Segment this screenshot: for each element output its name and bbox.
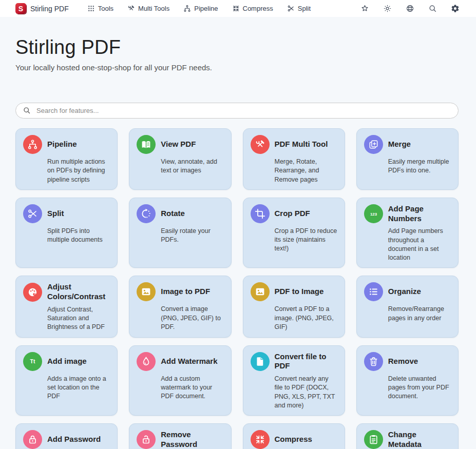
card-header: Change Metadata <box>364 430 451 449</box>
card-header: 123Add Page Numbers <box>364 204 451 224</box>
nav-actions <box>359 3 461 14</box>
card-header: Crop PDF <box>251 204 337 223</box>
image-icon <box>137 282 156 301</box>
nav-item-tools[interactable]: Tools <box>87 5 113 12</box>
card-header: PDF to Image <box>251 282 337 301</box>
card-title: Pipeline <box>47 140 77 149</box>
card-add-password[interactable]: Add PasswordEncrypt your PDF document wi… <box>15 423 118 449</box>
card-title: Image to PDF <box>161 287 210 297</box>
lock-icon <box>23 430 42 449</box>
card-image-to-pdf[interactable]: Image to PDFConvert a image (PNG, JPEG, … <box>129 276 231 337</box>
star-icon <box>360 4 369 13</box>
card-remove-password[interactable]: Remove PasswordRemove password protectio… <box>129 423 231 449</box>
search-icon <box>428 4 437 13</box>
search-input[interactable] <box>15 103 459 119</box>
page-header: Stirling PDF Your locally hosted one-sto… <box>0 36 476 72</box>
card-pdf-multi-tool[interactable]: PDF Multi ToolMerge, Rotate, Rearrange, … <box>243 128 345 190</box>
card-add-image[interactable]: TtAdd imageAdds a image onto a set locat… <box>15 345 118 416</box>
card-crop-pdf[interactable]: Crop PDFCrop a PDF to reduce its size (m… <box>243 198 345 268</box>
language-button[interactable] <box>405 3 415 14</box>
card-convert-file-to-pdf[interactable]: Convert file to PDFConvert nearly any fi… <box>243 345 345 416</box>
card-description: Adjust Contrast, Saturation and Brightne… <box>47 305 110 332</box>
card-header: TtAdd image <box>23 352 110 371</box>
nav-item-label: Tools <box>98 5 113 12</box>
card-organize[interactable]: OrganizeRemove/Rearrange pages in any or… <box>356 276 459 337</box>
card-description: Add a custom watermark to your PDF docum… <box>161 375 223 401</box>
compress-icon <box>232 5 240 12</box>
nav-item-label: Split <box>298 5 311 12</box>
brand-home-link[interactable]: S Stirling PDF <box>15 3 69 14</box>
tool-cards-grid: PipelineRun multiple actions on PDFs by … <box>15 128 459 449</box>
image-icon <box>251 282 270 301</box>
card-title: Add image <box>47 357 87 366</box>
card-header: Pipeline <box>23 135 110 154</box>
crop-icon <box>251 204 270 223</box>
card-title: Add Password <box>47 435 101 444</box>
card-header: View PDF <box>137 135 223 154</box>
theme-toggle-button[interactable] <box>382 3 393 14</box>
card-adjust-colors-contrast[interactable]: Adjust Colors/ContrastAdjust Contrast, S… <box>15 276 118 337</box>
rotate-icon <box>137 204 156 223</box>
search-button[interactable] <box>427 3 438 14</box>
water-drop-icon <box>137 352 156 371</box>
card-title: Crop PDF <box>275 209 310 219</box>
card-title: PDF Multi Tool <box>275 140 328 149</box>
card-title: Add Watermark <box>161 357 217 366</box>
card-title: View PDF <box>161 140 196 149</box>
card-title: PDF to Image <box>275 287 324 297</box>
merge-pages-icon <box>364 135 383 154</box>
card-header: Convert file to PDF <box>251 352 337 372</box>
card-description: Convert nearly any file to PDF (DOCX, PN… <box>275 375 337 410</box>
stirling-logo-icon: S <box>15 3 26 14</box>
card-description: Adds a image onto a set location on the … <box>47 375 110 401</box>
card-description: View, annotate, add text or images <box>161 158 223 175</box>
nav-item-label: Pipeline <box>194 5 218 12</box>
nav-items: ToolsMulti ToolsPipelineCompressSplit <box>87 5 311 12</box>
book-open-icon <box>137 135 156 154</box>
card-rotate[interactable]: RotateEasily rotate your PDFs. <box>129 198 231 268</box>
card-title: Rotate <box>161 209 185 219</box>
card-split[interactable]: SplitSplit PDFs into multiple documents <box>15 198 118 268</box>
card-change-metadata[interactable]: Change MetadataChange/Remove/Add metadat… <box>356 423 459 449</box>
page-subtitle: Your locally hosted one-stop-shop for al… <box>15 63 461 72</box>
card-description: Split PDFs into multiple documents <box>47 227 110 245</box>
card-header: Remove Password <box>137 430 223 449</box>
card-header: Organize <box>364 282 451 301</box>
file-icon <box>251 352 270 371</box>
scissors-icon <box>287 5 295 12</box>
card-description: Easily rotate your PDFs. <box>161 227 223 245</box>
nav-item-compress[interactable]: Compress <box>232 5 273 12</box>
multi-tools-icon <box>251 135 270 154</box>
gear-icon <box>451 4 460 13</box>
card-description: Remove/Rearrange pages in any order <box>388 305 451 323</box>
card-add-page-numbers[interactable]: 123Add Page NumbersAdd Page numbers thro… <box>356 198 459 268</box>
numbers-123-icon: 123 <box>364 204 383 223</box>
card-add-watermark[interactable]: Add WatermarkAdd a custom watermark to y… <box>129 345 231 416</box>
multi-tools-icon <box>127 5 135 12</box>
nav-item-split[interactable]: Split <box>287 5 311 12</box>
svg-text:Tt: Tt <box>30 358 35 364</box>
card-header: Remove <box>364 352 451 371</box>
card-pdf-to-image[interactable]: PDF to ImageConvert a PDF to a image. (P… <box>243 276 345 337</box>
card-header: Add Watermark <box>137 352 223 371</box>
card-pipeline[interactable]: PipelineRun multiple actions on PDFs by … <box>15 128 118 190</box>
card-remove[interactable]: RemoveDelete unwanted pages from your PD… <box>356 345 459 416</box>
favourite-button[interactable] <box>359 3 370 14</box>
card-compress[interactable]: CompressCompress PDFs to reduce their fi… <box>243 423 345 449</box>
card-header: Split <box>23 204 110 223</box>
card-description: Convert a PDF to a image. (PNG, JPEG, GI… <box>275 305 337 331</box>
settings-button[interactable] <box>450 3 461 14</box>
card-title: Merge <box>388 140 411 149</box>
nav-item-pipeline[interactable]: Pipeline <box>183 5 218 12</box>
card-view-pdf[interactable]: View PDFView, annotate, add text or imag… <box>129 128 231 190</box>
card-title: Split <box>47 209 64 219</box>
palette-icon <box>23 283 42 302</box>
card-header: Compress <box>251 430 337 449</box>
card-merge[interactable]: MergeEasily merge multiple PDFs into one… <box>356 128 459 190</box>
card-description: Run multiple actions on PDFs by defining… <box>47 158 110 184</box>
card-header: Merge <box>364 135 451 154</box>
card-title: Remove <box>388 357 418 366</box>
card-header: PDF Multi Tool <box>251 135 337 154</box>
card-description: Merge, Rotate, Rearrange, and Remove pag… <box>275 158 337 184</box>
nav-item-multi-tools[interactable]: Multi Tools <box>127 5 169 12</box>
